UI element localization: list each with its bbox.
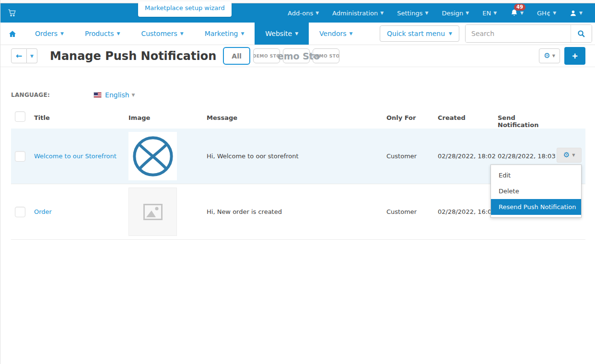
chevron-down-icon: ▼ — [579, 11, 583, 15]
menu-item-delete[interactable]: Delete — [491, 183, 581, 199]
topbar-menu-settings[interactable]: Settings▼ — [397, 10, 428, 17]
row-checkbox[interactable] — [15, 207, 25, 217]
topbar-menu-addons[interactable]: Add-ons▼ — [288, 10, 319, 17]
topbar-menu: Add-ons▼ Administration▼ Settings▼ Desig… — [288, 9, 595, 17]
chevron-down-icon: ▼ — [466, 11, 469, 15]
chevron-down-icon: ▼ — [180, 31, 184, 36]
chevron-down-icon: ▼ — [493, 11, 497, 15]
image-placeholder-icon — [143, 204, 163, 220]
window-top-strip — [0, 0, 595, 3]
chevron-down-icon: ▼ — [315, 11, 319, 15]
row-actions: ⚙ ▼ Edit Delete Resend Push Notification — [557, 148, 585, 163]
row-checkbox[interactable] — [15, 151, 25, 162]
user-icon — [570, 10, 577, 17]
column-header-send-notification: Send Notification — [498, 109, 541, 129]
topbar-menu-administration[interactable]: Administration▼ — [332, 10, 384, 17]
back-button-group: ← ▼ — [11, 48, 37, 63]
chevron-down-icon: ▼ — [117, 31, 120, 36]
column-header-message: Message — [207, 109, 386, 121]
chevron-down-icon: ▼ — [572, 153, 575, 157]
add-notification-button[interactable]: + — [564, 47, 585, 65]
xbox-logo-icon — [131, 134, 175, 178]
notification-title-link[interactable]: Order — [34, 208, 52, 215]
notification-count-badge: 49 — [514, 4, 525, 11]
column-header-image: Image — [128, 109, 207, 121]
page-header: ← ▼ Manage Push Notification All DEMO ST… — [0, 45, 595, 67]
chevron-down-icon: ▼ — [350, 31, 353, 36]
menu-item-resend-push-notification[interactable]: Resend Push Notification — [491, 199, 581, 215]
nav-item-orders[interactable]: Orders▼ — [24, 23, 74, 45]
tab-demo-store-1[interactable]: DEMO STO — [253, 48, 280, 63]
nav-item-customers[interactable]: Customers▼ — [130, 23, 194, 45]
nav-item-vendors[interactable]: Vendors▼ — [309, 23, 363, 45]
chevron-down-icon: ▼ — [553, 11, 556, 15]
gear-icon: ⚙ — [563, 152, 570, 159]
main-navbar: Orders▼ Products▼ Customers▼ Marketing▼ … — [0, 23, 595, 45]
language-selector[interactable]: English▼ — [105, 91, 135, 99]
chevron-down-icon: ▼ — [241, 31, 244, 36]
marketplace-setup-wizard-button[interactable]: Marketplace setup wizard — [138, 1, 232, 17]
quick-start-menu-button[interactable]: Quick start menu▼ — [380, 25, 459, 42]
column-header-title: Title — [34, 109, 128, 121]
notification-send-date: 02/28/2022, 18:03 — [498, 153, 557, 160]
table-row: Welcome to our Storefront Hi, Welcome to… — [11, 129, 585, 184]
content-area: LANGUAGE: English▼ Title Image Message O… — [0, 91, 595, 240]
chevron-down-icon: ▼ — [449, 31, 452, 36]
back-arrow-icon: ← — [16, 51, 22, 60]
select-all-checkbox[interactable] — [15, 111, 25, 122]
chevron-down-icon: ▼ — [60, 31, 64, 36]
admin-page: Marketplace setup wizard Add-ons▼ Admini… — [0, 0, 595, 364]
notification-image — [128, 132, 177, 180]
language-bar: LANGUAGE: English▼ — [11, 91, 585, 99]
page-header-actions: ⚙ ▼ + — [539, 47, 585, 65]
search-box — [465, 24, 592, 43]
home-button[interactable] — [0, 23, 24, 45]
back-dropdown-button[interactable]: ▼ — [27, 48, 37, 63]
column-header-only-for: Only For — [386, 109, 438, 121]
nav-item-marketing[interactable]: Marketing▼ — [194, 23, 255, 45]
nav-item-products[interactable]: Products▼ — [74, 23, 130, 45]
notifications-button[interactable]: 49 ▼ — [510, 9, 524, 17]
cart-icon[interactable] — [7, 9, 17, 17]
admin-topbar: Marketplace setup wizard Add-ons▼ Admini… — [0, 3, 595, 23]
tab-demo-store-2[interactable]: emo Sto — [283, 48, 310, 63]
notification-only-for: Customer — [386, 153, 438, 160]
language-label: LANGUAGE: — [11, 92, 50, 98]
menu-item-edit[interactable]: Edit — [491, 167, 581, 183]
chevron-down-icon: ▼ — [132, 93, 135, 97]
table-header-row: Title Image Message Only For Created Sen… — [11, 109, 585, 129]
us-flag-icon — [93, 92, 102, 98]
chevron-down-icon: ▼ — [295, 31, 298, 36]
chevron-down-icon: ▼ — [552, 54, 555, 58]
nav-right-tools: Quick start menu▼ — [380, 23, 595, 45]
search-input[interactable] — [466, 25, 571, 42]
storefront-tabs: All DEMO STO emo Sto DEMO STO — [223, 47, 339, 65]
chevron-down-icon: ▼ — [520, 11, 524, 15]
notification-image-placeholder — [128, 188, 177, 236]
topbar-currency[interactable]: GH¢▼ — [537, 10, 556, 17]
main-nav-items: Orders▼ Products▼ Customers▼ Marketing▼ … — [0, 23, 363, 45]
notification-message: Hi, New order is created — [207, 208, 386, 215]
home-icon — [8, 30, 17, 38]
page-settings-button[interactable]: ⚙ ▼ — [539, 48, 560, 63]
plus-icon: + — [572, 51, 578, 61]
topbar-menu-design[interactable]: Design▼ — [442, 10, 469, 17]
back-arrow-button[interactable]: ← — [11, 48, 27, 63]
tab-all[interactable]: All — [223, 47, 250, 65]
page-title: Manage Push Notification — [50, 49, 216, 63]
chevron-down-icon: ▼ — [380, 11, 384, 15]
search-icon — [577, 30, 585, 38]
chevron-down-icon: ▼ — [30, 54, 34, 59]
notification-created: 02/28/2022, 18:02 — [438, 153, 498, 160]
topbar-menu-language[interactable]: EN▼ — [482, 10, 497, 17]
search-button[interactable] — [571, 25, 592, 42]
gear-icon: ⚙ — [544, 52, 550, 59]
topbar-account[interactable]: ▼ — [570, 10, 583, 17]
row-actions-menu: Edit Delete Resend Push Notification — [490, 164, 582, 218]
notification-only-for: Customer — [386, 208, 438, 215]
notification-created: 02/28/2022, 16:04 — [438, 208, 498, 215]
nav-item-website[interactable]: Website▼ — [255, 23, 309, 45]
row-settings-button[interactable]: ⚙ ▼ — [557, 148, 582, 163]
notification-title-link[interactable]: Welcome to our Storefront — [34, 153, 117, 160]
chevron-down-icon: ▼ — [425, 11, 429, 15]
